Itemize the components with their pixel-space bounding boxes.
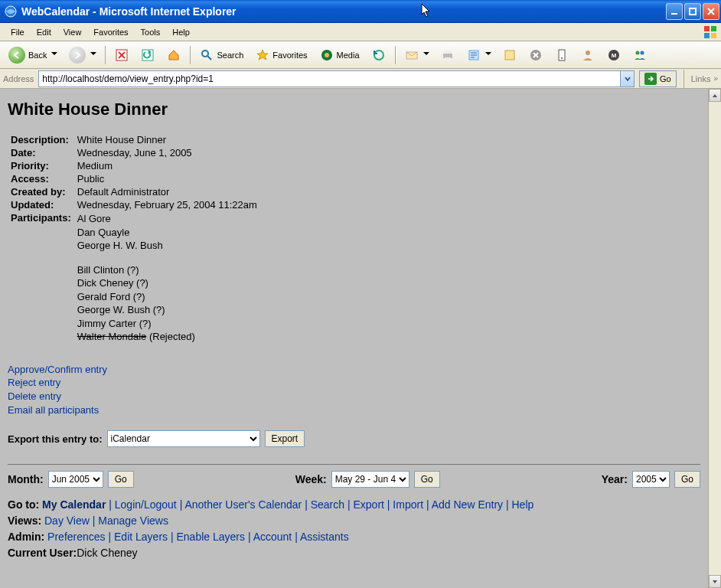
another-user-link[interactable]: Another User's Calendar [184,498,302,511]
account-link[interactable]: Account [253,531,292,543]
label-description: Description: [8,133,74,146]
forward-icon [69,47,86,64]
people-icon [633,48,647,62]
close-button[interactable] [703,3,719,20]
history-icon [372,48,386,62]
refresh-button[interactable] [135,44,160,66]
month-select[interactable]: Jun 2005 [48,471,103,488]
menu-help[interactable]: Help [166,25,196,39]
stop-button[interactable] [109,44,134,66]
edit-button[interactable] [462,44,496,66]
svg-rect-2 [690,8,696,15]
week-nav: Week: May 29 - Jun 4 Go [295,471,440,488]
edit-layers-link[interactable]: Edit Layers [114,531,168,543]
menu-view[interactable]: View [57,25,88,39]
delete-entry-link[interactable]: Delete entry [8,390,700,403]
scroll-down-button[interactable] [709,575,721,588]
address-dropdown-icon[interactable] [620,71,634,87]
print-button[interactable] [436,44,460,66]
year-label: Year: [602,473,628,485]
scroll-up-button[interactable] [709,89,721,102]
footer-import-link[interactable]: Import [393,498,423,511]
footer-views-line: Views: Day View | Manage Views [8,513,700,529]
go-button[interactable]: Go [639,70,677,87]
svg-rect-8 [711,33,716,38]
year-go-button[interactable]: Go [674,471,700,488]
scroll-track[interactable] [709,102,721,575]
my-calendar-link[interactable]: My Calendar [42,498,106,511]
preferences-link[interactable]: Preferences [47,531,105,543]
forward-dropdown-icon[interactable] [90,52,96,57]
edit-dropdown-icon[interactable] [485,52,491,57]
svg-point-32 [586,51,590,55]
menu-favorites[interactable]: Favorites [87,25,134,39]
row-participants: Participants: Al Gore Dan Quayle George … [8,211,260,345]
value-priority: Medium [74,159,260,172]
back-dropdown-icon[interactable] [51,52,57,57]
week-select[interactable]: May 29 - Jun 4 [331,471,409,488]
row-access: Access: Public [8,172,260,185]
menu-edit[interactable]: Edit [31,25,57,39]
menu-file[interactable]: File [5,25,31,39]
participants-list: Al Gore Dan Quayle George H. W. Bush Bil… [74,211,260,345]
year-select[interactable]: 2005 [632,471,670,488]
svg-rect-6 [711,26,716,31]
favorites-label: Favorites [272,51,307,60]
login-link[interactable]: Login/Logout [115,498,177,511]
value-date: Wednesday, June 1, 2005 [74,146,260,159]
add-entry-link[interactable]: Add New Entry [432,498,503,511]
email-participants-link[interactable]: Email all participants [8,403,700,417]
people-button[interactable] [628,44,652,66]
address-input[interactable] [39,74,620,84]
menubar: File Edit View Favorites Tools Help [0,23,721,41]
edit-doc-icon [467,48,481,62]
views-label: Views: [8,514,41,527]
search-button[interactable]: Search [194,44,249,66]
links-toolbar[interactable]: Links » [691,74,718,83]
export-button[interactable]: Export [265,430,305,447]
chevron-right-icon[interactable]: » [713,74,718,83]
goto-label: Go to: [8,498,39,511]
home-button[interactable] [161,44,186,66]
day-view-link[interactable]: Day View [44,514,90,527]
assistants-link[interactable]: Assistants [300,531,349,543]
approve-entry-link[interactable]: Approve/Confirm entry [8,363,700,377]
favorites-button[interactable]: Favorites [250,44,312,66]
address-combo[interactable] [38,70,635,87]
week-go-button[interactable]: Go [414,471,440,488]
toolbar-separator [190,46,191,64]
year-nav: Year: 2005 Go [602,471,700,488]
minimize-button[interactable] [666,3,683,20]
row-priority: Priority: Medium [8,159,260,172]
svg-rect-1 [671,13,677,15]
mail-dropdown-icon[interactable] [423,52,429,57]
mcafee-button[interactable]: M [602,44,626,66]
unknown-device-button[interactable] [550,44,574,66]
media-icon [320,48,334,62]
unknown-x-button[interactable] [524,44,548,66]
month-go-button[interactable]: Go [108,471,134,488]
maximize-button[interactable] [684,3,701,20]
footer-search-link[interactable]: Search [311,498,344,511]
menu-tools[interactable]: Tools [135,25,167,39]
discuss-button[interactable] [498,44,522,66]
participant-pending: Bill Clinton (?) [77,263,257,277]
media-button[interactable]: Media [315,44,365,66]
messenger-button[interactable] [576,44,600,66]
history-button[interactable] [367,44,391,66]
back-label: Back [28,51,47,60]
footer-export-link[interactable]: Export [353,498,383,511]
participant-rejected-suffix: (Rejected) [146,331,195,342]
manage-views-link[interactable]: Manage Views [98,514,168,527]
star-icon [256,48,269,62]
enable-layers-link[interactable]: Enable Layers [176,531,245,543]
mail-button[interactable] [400,44,434,66]
forward-button[interactable] [64,44,101,66]
reject-entry-link[interactable]: Reject entry [8,376,700,390]
footer-goto-line: Go to: My Calendar | Login/Logout | Anot… [8,497,700,513]
footer-help-link[interactable]: Help [512,498,534,511]
back-button[interactable]: Back [3,44,62,66]
vertical-scrollbar[interactable] [708,89,721,588]
svg-point-35 [635,51,639,54]
export-format-select[interactable]: iCalendar [107,430,260,447]
